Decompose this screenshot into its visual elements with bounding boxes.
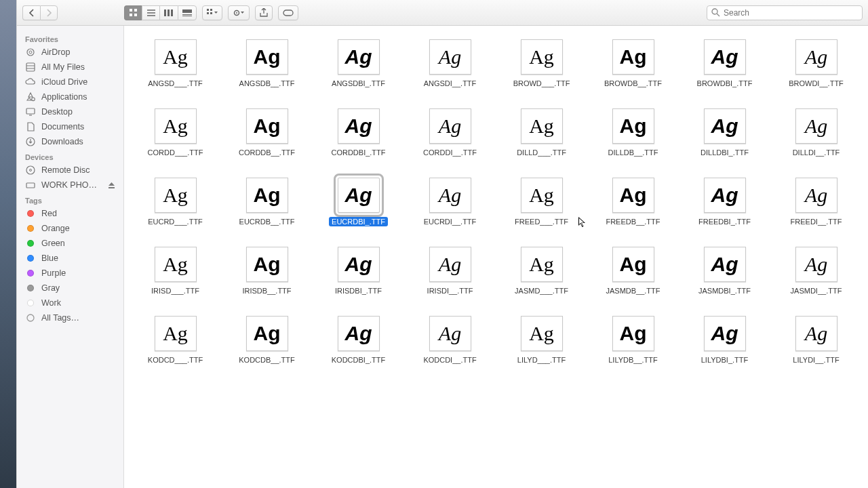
sidebar-item-red[interactable]: Red xyxy=(17,206,123,221)
downloads-icon xyxy=(25,136,36,147)
file-item[interactable]: AgIRISDB__.TTF xyxy=(221,247,313,296)
sidebar-item-all-my-files[interactable]: All My Files xyxy=(17,60,123,75)
font-thumbnail: Ag xyxy=(155,316,197,351)
file-item[interactable]: AgBROWD___.TTF xyxy=(496,39,587,88)
svg-rect-9 xyxy=(182,16,192,16)
file-item[interactable]: AgDILLD___.TTF xyxy=(496,108,587,157)
file-item[interactable]: AgDILLDI__.TTF xyxy=(770,108,862,157)
list-view-button[interactable] xyxy=(142,5,159,20)
file-item[interactable]: AgBROWDBI_.TTF xyxy=(679,39,770,88)
file-item[interactable]: AgDILLDBI_.TTF xyxy=(679,108,770,157)
file-name: IRISDBI_.TTF xyxy=(332,286,384,296)
file-item[interactable]: AgJASMD___.TTF xyxy=(496,247,587,296)
sidebar-item-downloads[interactable]: Downloads xyxy=(17,134,123,149)
file-item[interactable]: AgIRISDBI_.TTF xyxy=(313,247,404,296)
eject-icon[interactable] xyxy=(108,182,115,189)
sidebar-item-work[interactable]: Work xyxy=(17,296,123,310)
font-thumbnail: Ag xyxy=(704,39,746,75)
file-item[interactable]: AgFREED___.TTF xyxy=(496,178,587,226)
share-button[interactable] xyxy=(255,5,273,20)
file-item[interactable]: AgIRISDI__.TTF xyxy=(404,247,496,296)
file-item[interactable]: AgEUCRDB__.TTF xyxy=(221,178,313,226)
file-item[interactable]: AgANGSDB__.TTF xyxy=(221,39,313,88)
sidebar-item-orange[interactable]: Orange xyxy=(17,221,123,236)
arrange-button[interactable] xyxy=(202,5,222,20)
search-icon xyxy=(711,8,720,17)
column-view-button[interactable] xyxy=(159,5,178,20)
ag-glyph-icon: Ag xyxy=(163,116,188,136)
sidebar-item-green[interactable]: Green xyxy=(17,236,123,251)
action-button[interactable] xyxy=(228,5,250,20)
file-item[interactable]: AgJASMDI__.TTF xyxy=(770,247,862,296)
file-item[interactable]: AgCORDD___.TTF xyxy=(130,108,221,157)
file-item[interactable]: AgFREEDB__.TTF xyxy=(587,178,679,226)
file-item[interactable]: AgKODCDBI_.TTF xyxy=(313,316,404,365)
search-input[interactable] xyxy=(707,5,863,20)
file-item[interactable]: AgEUCRDBI_.TTF xyxy=(313,178,404,226)
sidebar-item-work-pho-[interactable]: WORK PHO… xyxy=(17,178,123,192)
file-name: ANGSDB__.TTF xyxy=(237,79,298,88)
sidebar-item-desktop[interactable]: Desktop xyxy=(17,104,123,119)
file-item[interactable]: AgFREEDBI_.TTF xyxy=(679,178,770,226)
svg-rect-13 xyxy=(210,12,212,14)
font-thumbnail: Ag xyxy=(429,108,471,144)
back-button[interactable] xyxy=(22,5,40,20)
icon-view-button[interactable] xyxy=(124,5,142,20)
sidebar-item-label: Orange xyxy=(41,224,70,233)
file-name: BROWDI__.TTF xyxy=(786,79,846,88)
file-item[interactable]: AgCORDDB__.TTF xyxy=(221,108,313,157)
file-item[interactable]: AgKODCD___.TTF xyxy=(130,316,221,365)
sidebar-item-all-tags-[interactable]: All Tags… xyxy=(17,310,123,325)
file-item[interactable]: AgLILYDB__.TTF xyxy=(587,316,679,365)
file-item[interactable]: AgIRISD___.TTF xyxy=(130,247,221,296)
file-item[interactable]: AgDILLDB__.TTF xyxy=(587,108,679,157)
sidebar-item-purple[interactable]: Purple xyxy=(17,266,123,281)
file-item[interactable]: AgANGSDI__.TTF xyxy=(404,39,496,88)
ag-glyph-icon: Ag xyxy=(529,47,554,67)
ag-glyph-icon: Ag xyxy=(805,185,827,205)
file-item[interactable]: AgANGSD___.TTF xyxy=(130,39,221,88)
sidebar-item-label: Red xyxy=(41,209,57,218)
sidebar-item-icloud-drive[interactable]: iCloud Drive xyxy=(17,75,123,89)
file-item[interactable]: AgFREEDI__.TTF xyxy=(770,178,862,226)
font-thumbnail: Ag xyxy=(429,316,471,351)
ag-glyph-icon: Ag xyxy=(163,254,188,274)
file-item[interactable]: AgBROWDI__.TTF xyxy=(770,39,862,88)
file-name: BROWDBI_.TTF xyxy=(694,79,755,88)
sidebar-item-gray[interactable]: Gray xyxy=(17,281,123,296)
ag-glyph-icon: Ag xyxy=(439,254,461,274)
ag-glyph-icon: Ag xyxy=(345,254,372,274)
sidebar-item-airdrop[interactable]: AirDrop xyxy=(17,45,123,60)
file-item[interactable]: AgLILYDBI_.TTF xyxy=(679,316,770,365)
file-item[interactable]: AgANGSDBI_.TTF xyxy=(313,39,404,88)
font-thumbnail: Ag xyxy=(246,39,288,75)
sidebar-item-blue[interactable]: Blue xyxy=(17,251,123,266)
file-item[interactable]: AgLILYDI__.TTF xyxy=(770,316,862,365)
file-item[interactable]: AgEUCRDI__.TTF xyxy=(404,178,496,226)
tags-button[interactable] xyxy=(278,5,298,20)
sidebar-item-documents[interactable]: Documents xyxy=(17,119,123,134)
file-grid-container[interactable]: AgANGSD___.TTFAgANGSDB__.TTFAgANGSDBI_.T… xyxy=(124,26,868,488)
nav-buttons xyxy=(22,5,58,20)
file-item[interactable]: AgBROWDB__.TTF xyxy=(587,39,679,88)
forward-button[interactable] xyxy=(40,5,58,20)
svg-point-18 xyxy=(27,49,34,56)
sidebar-item-remote-disc[interactable]: Remote Disc xyxy=(17,163,123,178)
file-item[interactable]: AgKODCDB__.TTF xyxy=(221,316,313,365)
file-name: EUCRDI__.TTF xyxy=(421,217,479,226)
file-item[interactable]: AgKODCDI__.TTF xyxy=(404,316,496,365)
ag-glyph-icon: Ag xyxy=(805,323,827,344)
file-item[interactable]: AgCORDDBI_.TTF xyxy=(313,108,404,157)
file-item[interactable]: AgLILYD___.TTF xyxy=(496,316,587,365)
file-item[interactable]: AgEUCRD___.TTF xyxy=(130,178,221,226)
file-name: LILYDBI_.TTF xyxy=(698,355,751,365)
file-item[interactable]: AgJASMDBI_.TTF xyxy=(679,247,770,296)
sidebar-item-applications[interactable]: Applications xyxy=(17,89,123,104)
svg-rect-1 xyxy=(134,9,137,12)
file-item[interactable]: AgJASMDB__.TTF xyxy=(587,247,679,296)
file-item[interactable]: AgCORDDI__.TTF xyxy=(404,108,496,157)
file-name: LILYDI__.TTF xyxy=(790,355,842,365)
svg-point-15 xyxy=(236,12,237,14)
search-field[interactable] xyxy=(707,5,863,20)
coverflow-view-button[interactable] xyxy=(178,5,197,20)
